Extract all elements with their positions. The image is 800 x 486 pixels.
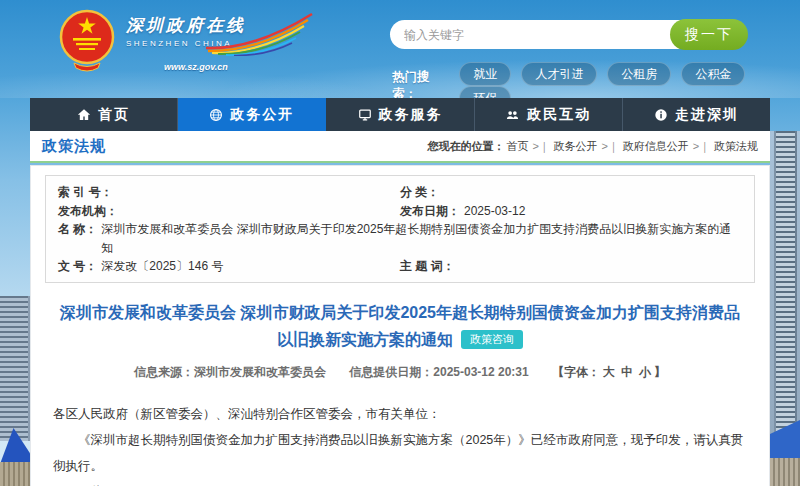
breadcrumb-path: 首页>｜政务公开>｜政府信息公开>｜政策法规 [504,139,760,154]
meta-name-value: 深圳市发展和改革委员会 深圳市财政局关于印发2025年超长期特别国债资金加力扩围… [101,220,742,257]
meta-docno-value: 深发改〔2025〕146 号 [101,257,223,276]
article-title-zone: 深圳市发展和改革委员会 深圳市财政局关于印发2025年超长期特别国债资金加力扩围… [31,283,769,353]
nav-tab-首页[interactable]: 首页 [30,98,178,131]
article-info-line: 信息来源：深圳市发展和改革委员会 信息提供日期：2025-03-12 20:31… [31,364,769,381]
policy-consult-badge[interactable]: 政策咨询 [461,330,523,349]
site-header: 深圳政府在线 SHENZHEN CHINA www.sz.gov.cn 搜一下 … [0,0,800,98]
meta-agency-label: 发布机构： [58,202,118,221]
article-paragraph: 各区人民政府（新区管委会）、深汕特别合作区管委会，市有关单位： [53,401,747,427]
article-paragraph: 《深圳市超长期特别国债资金加力扩围支持消费品以旧换新实施方案（2025年）》已经… [53,427,747,480]
meta-category-label: 分 类： [400,183,439,202]
info-icon [654,108,668,122]
nav-tab-走进深圳[interactable]: 走进深圳 [623,98,770,131]
font-size-小[interactable]: 小 [639,365,651,379]
content-panel: 索 引 号： 分 类： 发布机构： 发布日期： 2025-03-12 名 称： … [30,165,770,486]
article-paragraph: 特此通知。 [53,479,747,486]
article-body: 各区人民政府（新区管委会）、深汕特别合作区管委会，市有关单位：《深圳市超长期特别… [31,381,769,486]
city-photo-left [0,278,30,486]
site-logo[interactable]: 深圳政府在线 SHENZHEN CHINA www.sz.gov.cn [58,8,296,76]
hot-search-tag[interactable]: 公租房 [607,62,671,86]
info-provide-date: 信息提供日期：2025-03-12 20:31 [349,365,528,379]
rainbow-swoosh-icon [204,10,316,60]
globe-icon [209,108,223,122]
monitor-icon [358,108,372,122]
meta-keywords-label: 主 题 词： [400,257,455,276]
breadcrumb-link[interactable]: 政策法规 [714,140,758,152]
search-bar: 搜一下 [390,20,750,50]
meta-index-label: 索 引 号： [58,183,113,202]
search-button[interactable]: 搜一下 [670,19,748,50]
city-photo-right [770,131,800,486]
breadcrumb-separator: >｜ [602,140,619,152]
breadcrumb: 您现在的位置： 首页>｜政务公开>｜政府信息公开>｜政策法规 [427,139,760,154]
breadcrumb-link[interactable]: 政务公开 [554,140,598,152]
font-size-中[interactable]: 中 [621,365,633,379]
font-size-control: 【字体：大中小】 [552,365,666,379]
breadcrumb-separator: >｜ [532,140,549,152]
site-url: www.sz.gov.cn [164,62,296,72]
users-icon [505,108,520,122]
breadcrumb-location-label: 您现在的位置： [427,139,504,154]
page-title: 政策法规 [42,137,106,156]
nav-tab-政务公开[interactable]: 政务公开 [178,98,326,131]
breadcrumb-link[interactable]: 首页 [506,140,528,152]
national-emblem-icon [58,8,116,76]
document-meta-table: 索 引 号： 分 类： 发布机构： 发布日期： 2025-03-12 名 称： … [45,175,755,283]
info-source: 信息来源：深圳市发展和改革委员会 [134,365,326,379]
meta-docno-label: 文 号： [58,257,97,276]
search-input[interactable] [390,20,690,49]
breadcrumb-separator: >｜ [693,140,710,152]
home-icon [77,108,91,122]
nav-tab-政务服务[interactable]: 政务服务 [326,98,474,131]
breadcrumb-link[interactable]: 政府信息公开 [623,140,689,152]
meta-date-value: 2025-03-12 [464,202,525,221]
main-nav: 首页政务公开政务服务政民互动走进深圳 [30,98,770,131]
article-title: 深圳市发展和改革委员会 深圳市财政局关于印发2025年超长期特别国债资金加力扩围… [60,304,740,348]
meta-date-label: 发布日期： [400,202,460,221]
meta-name-label: 名 称： [58,220,97,257]
hot-search-tag[interactable]: 公积金 [681,62,745,86]
font-size-大[interactable]: 大 [603,365,615,379]
breadcrumb-bar: 政策法规 您现在的位置： 首页>｜政务公开>｜政府信息公开>｜政策法规 [30,131,770,163]
hot-search-tag[interactable]: 人才引进 [521,62,597,86]
hot-search-tag[interactable]: 就业 [459,62,511,86]
nav-tab-政民互动[interactable]: 政民互动 [475,98,623,131]
